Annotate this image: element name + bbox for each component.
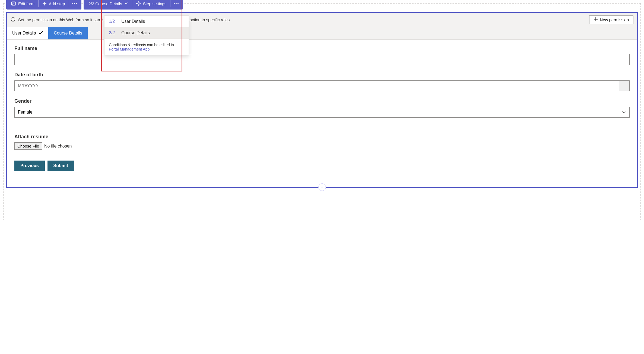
- svg-point-10: [174, 3, 175, 4]
- toolbar-edit: Edit form Add step: [6, 0, 81, 10]
- svg-point-15: [13, 18, 13, 18]
- toolbar-row: Edit form Add step 2/2 Course Details: [6, 0, 183, 10]
- svg-point-7: [74, 3, 75, 4]
- step-selector-label: 2/2 Course Details: [88, 1, 122, 6]
- form-canvas: Set the permission on this Web form so i…: [6, 12, 638, 188]
- gender-select[interactable]: [14, 107, 630, 118]
- tab-label: Course Details: [54, 31, 82, 36]
- tab-user-details[interactable]: User Details: [7, 27, 48, 39]
- dropdown-item-label: User Details: [121, 19, 145, 24]
- gear-icon: [136, 1, 141, 6]
- dob-input[interactable]: [14, 80, 619, 91]
- field-gender: Gender: [14, 98, 630, 118]
- checkmark-icon: [39, 31, 43, 36]
- form-tabs: User Details Course Details: [7, 27, 637, 40]
- dropdown-item-num: 2/2: [109, 30, 117, 35]
- file-status-text: No file chosen: [44, 144, 72, 149]
- toolbar-step-more-button[interactable]: [170, 0, 182, 10]
- ellipsis-icon: [174, 3, 179, 4]
- edit-form-button[interactable]: Edit form: [7, 0, 38, 10]
- permission-info-bar: Set the permission on this Web form so i…: [7, 13, 637, 27]
- plus-icon: +: [321, 184, 323, 190]
- portal-management-link[interactable]: Portal Management App: [109, 47, 150, 51]
- dropdown-item-num: 1/2: [109, 19, 117, 24]
- add-section-button[interactable]: +: [318, 183, 326, 191]
- add-step-label: Add step: [49, 1, 65, 6]
- date-picker-button[interactable]: [619, 80, 630, 91]
- edit-form-label: Edit form: [18, 1, 34, 6]
- submit-button[interactable]: Submit: [47, 161, 74, 171]
- design-canvas-outer: Edit form Add step 2/2 Course Details: [3, 3, 641, 220]
- field-attach-resume: Attach resume Choose File No file chosen: [14, 134, 630, 150]
- add-step-button[interactable]: Add step: [39, 0, 69, 10]
- plus-icon: [594, 17, 598, 22]
- toolbar-more-button[interactable]: [69, 0, 80, 10]
- svg-point-11: [176, 3, 177, 4]
- choose-file-button[interactable]: Choose File: [14, 142, 42, 150]
- step-settings-button[interactable]: Step settings: [132, 0, 170, 10]
- tab-label: User Details: [12, 31, 36, 36]
- svg-point-12: [178, 3, 179, 4]
- dropdown-item-course-details[interactable]: 2/2 Course Details: [104, 27, 189, 39]
- svg-point-6: [72, 3, 73, 4]
- svg-point-9: [138, 3, 139, 4]
- field-dob: Date of birth: [14, 72, 630, 91]
- tab-course-details[interactable]: Course Details: [48, 27, 88, 39]
- form-icon: [11, 1, 16, 6]
- attach-resume-label: Attach resume: [14, 134, 630, 140]
- svg-rect-0: [12, 2, 16, 5]
- dropdown-footer-text: Conditions & redirects can be edited in: [109, 43, 174, 47]
- chevron-down-icon: [124, 2, 128, 5]
- info-icon: [11, 17, 15, 23]
- new-permission-label: New permission: [600, 17, 629, 22]
- new-permission-button[interactable]: New permission: [589, 15, 633, 24]
- step-selector-button[interactable]: 2/2 Course Details: [85, 0, 132, 10]
- full-name-input[interactable]: [14, 54, 630, 65]
- toolbar-step: 2/2 Course Details Step settings: [84, 0, 183, 10]
- plus-icon: [42, 1, 47, 6]
- gender-label: Gender: [14, 98, 630, 104]
- dropdown-item-label: Course Details: [121, 30, 150, 35]
- ellipsis-icon: [72, 3, 77, 4]
- dob-label: Date of birth: [14, 72, 630, 78]
- step-dropdown: 1/2 User Details 2/2 Course Details Cond…: [104, 15, 189, 55]
- svg-point-8: [76, 3, 77, 4]
- dropdown-footer: Conditions & redirects can be edited in …: [104, 39, 189, 55]
- previous-button[interactable]: Previous: [14, 161, 45, 171]
- dropdown-item-user-details[interactable]: 1/2 User Details: [104, 16, 189, 27]
- form-actions: Previous Submit: [14, 161, 630, 171]
- form-body: Full name Date of birth Gender: [7, 40, 637, 187]
- step-settings-label: Step settings: [143, 1, 167, 6]
